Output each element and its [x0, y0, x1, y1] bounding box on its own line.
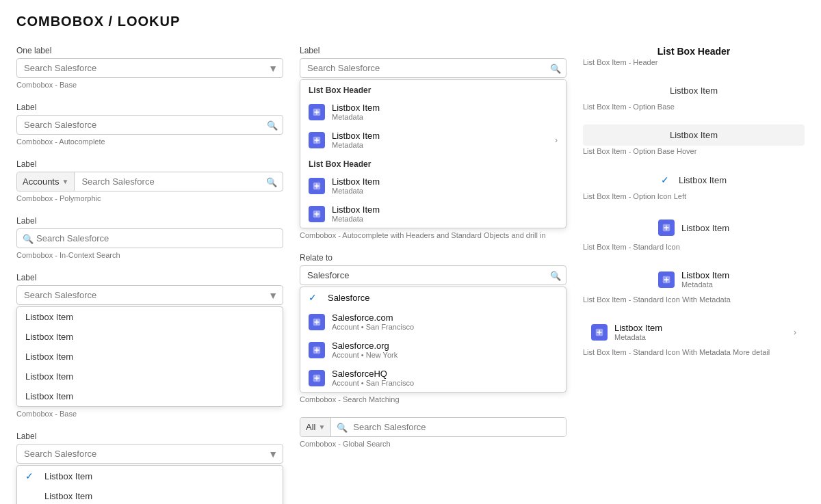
listbox-section-option-check: ✓ Listbox Item List Box Item - Option Ic… [583, 169, 805, 200]
listbox-header-container: List Box Header [583, 46, 805, 57]
combobox-multiselect-input[interactable] [16, 444, 283, 464]
listbox-item-standard-icon-meta-more[interactable]: Listbox Item Metadata › [583, 317, 805, 347]
list-item[interactable]: Listbox Item Metadata [300, 172, 566, 200]
list-item-text: Listbox Item Metadata [332, 103, 558, 121]
listbox-item-standard-icon[interactable]: Listbox Item [583, 214, 805, 241]
listbox-item-label-simm: Listbox Item [614, 323, 662, 333]
main-columns: One label ▼ Combobox - Base Label 🔍 Comb… [16, 46, 805, 504]
listbox-standard-icon-meta-more [591, 324, 608, 341]
combobox-base-open-input[interactable] [16, 285, 283, 305]
listbox-item-text-meta-more: Listbox Item Metadata [614, 323, 662, 341]
list-item[interactable]: Listbox Item [17, 486, 283, 504]
list-item-label: Listbox Item [25, 352, 274, 362]
list-item[interactable]: ✓ Salesforce [300, 287, 566, 308]
listbox-note-option-base: List Box Item - Option Base [583, 103, 805, 111]
incontext-input[interactable] [36, 233, 276, 243]
label-polymorphic: Label [16, 159, 283, 169]
listbox-section-standard-icon: Listbox Item List Box Item - Standard Ic… [583, 214, 805, 251]
label-base-open: Label [16, 273, 283, 282]
list-item[interactable]: Listbox Item [17, 307, 283, 327]
combobox-polymorphic: Accounts ▼ 🔍 [16, 172, 283, 191]
list-item[interactable]: Salesforce.com Account • San Francisco [300, 308, 566, 336]
list-item[interactable]: Listbox Item [17, 327, 283, 347]
list-item-label: Listbox Item [44, 491, 274, 501]
polymorphic-input-wrap: 🔍 [75, 172, 283, 191]
listbox-item-standard-icon-meta[interactable]: Listbox Item Metadata [583, 265, 805, 294]
section-base: One label ▼ Combobox - Base [16, 46, 283, 89]
listbox-standard-icon [658, 220, 675, 236]
listbox-note-standard-icon-meta-more: List Box Item - Standard Icon With Metad… [583, 348, 805, 356]
list-item[interactable]: Listbox Item Metadata [300, 200, 566, 228]
search-matching-input[interactable] [300, 265, 566, 285]
list-item-label: Salesforce [328, 293, 558, 303]
listbox-item-option-hover[interactable]: Listbox Item [583, 124, 805, 146]
polymorphic-input[interactable] [75, 172, 218, 191]
global-search-caret-icon: ▼ [318, 423, 325, 431]
listbox-note-header: List Box Item - Header [583, 58, 805, 66]
combobox-base: ▼ [16, 58, 283, 78]
label-autocomplete-headers: Label [300, 46, 566, 55]
note-polymorphic: Combobox - Polymorphic [16, 194, 283, 202]
listbox-note-standard-icon: List Box Item - Standard Icon [583, 243, 805, 251]
chevron-right-icon-1: › [555, 135, 558, 145]
page-container: COMBOBOX / LOOKUP One label ▼ Combobox -… [0, 0, 821, 504]
note-autocomplete: Combobox - Autocomplete [16, 137, 283, 146]
list-item[interactable]: Salesforce.org Account • New York [300, 336, 566, 364]
check-icon-1: ✓ [25, 470, 38, 481]
list-item-text: Listbox Item Metadata [332, 204, 558, 223]
global-search-input[interactable] [331, 418, 566, 436]
list-item[interactable]: Listbox Item Metadata [300, 98, 566, 126]
base-open-dropdown: Listbox Item Listbox Item Listbox Item L… [16, 306, 283, 407]
label-incontext: Label [16, 216, 283, 226]
check-icon-sm: ✓ [309, 292, 321, 303]
listbox-item-label-sim: Listbox Item [681, 270, 729, 280]
list-item[interactable]: Listbox Item [17, 367, 283, 386]
page-title: COMBOBOX / LOOKUP [16, 14, 805, 29]
listbox-header-text: List Box Header [583, 46, 805, 57]
list-box-header-1: List Box Header [300, 80, 566, 98]
list-item[interactable]: SalesforceHQ Account • San Francisco [300, 364, 566, 392]
section-autocomplete: Label 🔍 Combobox - Autocomplete [16, 103, 283, 146]
list-item[interactable]: Listbox Item Metadata › [300, 126, 566, 154]
standard-icon-3 [309, 178, 325, 194]
standard-icon-sm-3 [309, 370, 325, 386]
listbox-section-standard-icon-meta-more: Listbox Item Metadata › List Box Item - … [583, 317, 805, 356]
listbox-item-label-option-base: Listbox Item [670, 85, 718, 96]
list-item-text: Listbox Item Metadata [332, 131, 548, 149]
autocomplete-headers-input[interactable] [300, 58, 566, 78]
section-incontext: Label 🔍 Combobox - In-Context Search [16, 216, 283, 259]
listbox-chevron-icon: › [794, 328, 796, 337]
listbox-item-label-option-hover: Listbox Item [670, 130, 718, 140]
list-item[interactable]: Listbox Item [17, 386, 283, 406]
global-search: All ▼ 🔍 [300, 417, 566, 437]
list-item-text: Salesforce.com Account • San Francisco [332, 313, 558, 331]
note-incontext: Combobox - In-Context Search [16, 251, 283, 259]
section-autocomplete-headers: Label 🔍 List Box Header Listbox Item Met… [300, 46, 566, 239]
listbox-note-option-hover: List Box Item - Option Base Hover [583, 147, 805, 155]
standard-icon-sm-2 [309, 342, 325, 358]
section-base-open: Label ▼ Listbox Item Listbox Item Listbo… [16, 273, 283, 418]
combobox-base-input[interactable] [16, 58, 283, 78]
listbox-section-header: List Box Header List Box Item - Header [583, 46, 805, 66]
list-item[interactable]: Listbox Item [17, 347, 283, 367]
listbox-item-option-base[interactable]: Listbox Item [583, 80, 805, 101]
list-item-label: Listbox Item [44, 471, 274, 481]
listbox-item-meta-sim: Metadata [681, 280, 729, 289]
global-search-select-button[interactable]: All ▼ [300, 418, 331, 436]
combobox-autocomplete-headers: 🔍 [300, 58, 566, 78]
combobox-autocomplete-input[interactable] [16, 115, 283, 135]
search-matching-dropdown: ✓ Salesforce Salesforce.com Account • Sa… [300, 287, 566, 393]
autocomplete-headers-dropdown: List Box Header Listbox Item Metadata [300, 79, 566, 228]
left-column: One label ▼ Combobox - Base Label 🔍 Comb… [16, 46, 283, 504]
listbox-item-option-check[interactable]: ✓ Listbox Item [583, 169, 805, 191]
multiselect-dropdown: ✓ Listbox Item Listbox Item ✓ Listbox It… [16, 465, 283, 504]
standard-icon-sm-1 [309, 314, 325, 330]
note-autocomplete-headers: Combobox - Autocomplete with Headers and… [300, 231, 566, 239]
listbox-section-standard-icon-meta: Listbox Item Metadata List Box Item - St… [583, 265, 805, 304]
listbox-note-standard-icon-meta: List Box Item - Standard Icon With Metad… [583, 295, 805, 304]
right-column: List Box Header List Box Item - Header L… [583, 46, 805, 370]
combobox-base-open: ▼ [16, 285, 283, 305]
list-item[interactable]: ✓ Listbox Item [17, 466, 283, 486]
polymorphic-select-button[interactable]: Accounts ▼ [17, 172, 75, 191]
listbox-section-option-hover: Listbox Item List Box Item - Option Base… [583, 124, 805, 155]
